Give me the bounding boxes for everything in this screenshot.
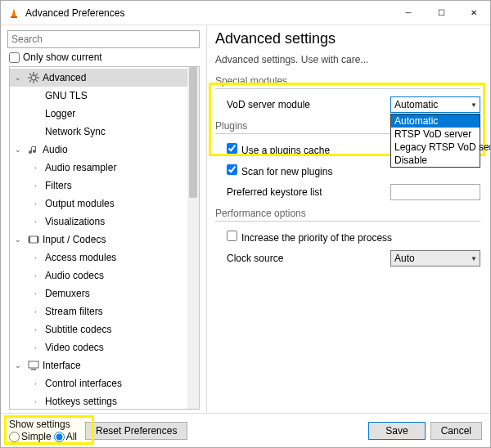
svg-point-2: [31, 75, 36, 80]
page-heading: Advanced settings: [215, 30, 480, 47]
maximize-button[interactable]: ☐: [425, 1, 457, 25]
clock-source-combo[interactable]: Auto ▼: [390, 250, 480, 267]
chevron-right-icon: ›: [34, 344, 43, 352]
chevron-right-icon: ›: [34, 308, 43, 316]
chevron-right-icon: ›: [34, 326, 43, 334]
tree-category[interactable]: ⌄Advanced: [10, 69, 199, 87]
minimize-button[interactable]: ─: [392, 1, 425, 25]
chevron-right-icon: ›: [34, 164, 43, 172]
svg-rect-12: [29, 236, 30, 243]
tree-item[interactable]: GNU TLS: [10, 87, 199, 105]
chevron-down-icon: ⌄: [15, 74, 25, 82]
tree-item[interactable]: ›Audio resampler: [10, 159, 199, 177]
vod-combo[interactable]: Automatic ▼ AutomaticRTSP VoD serverLega…: [390, 96, 480, 113]
window-title: Advanced Preferences: [25, 7, 392, 19]
keystore-label: Preferred keystore list: [215, 186, 390, 198]
chevron-down-icon: ⌄: [15, 146, 25, 154]
tree-item[interactable]: ›Video codecs: [10, 338, 199, 356]
chevron-right-icon: ›: [34, 182, 43, 190]
tree-item[interactable]: ›Subtitle codecs: [10, 320, 199, 338]
close-button[interactable]: ✕: [457, 1, 490, 25]
tree-item[interactable]: ›Control interfaces: [10, 374, 199, 392]
tree-scrollbar[interactable]: [187, 67, 199, 409]
tree-item[interactable]: Network Sync: [10, 123, 199, 141]
vod-option[interactable]: Disable: [391, 154, 480, 167]
tree-item[interactable]: ›Audio codecs: [10, 267, 199, 284]
chevron-right-icon: ›: [34, 200, 43, 208]
tree-item[interactable]: ›Visualizations: [10, 213, 199, 231]
svg-marker-0: [11, 8, 16, 17]
chevron-down-icon: ▼: [471, 101, 477, 109]
svg-rect-13: [37, 236, 38, 243]
section-special-modules: Special modules: [215, 75, 480, 89]
chevron-right-icon: ›: [34, 218, 43, 226]
gear-icon: [27, 71, 40, 84]
tree-item[interactable]: ›Demuxers: [10, 284, 199, 302]
tree-item[interactable]: ›Stream filters: [10, 302, 199, 320]
tree-category[interactable]: ⌄Audio: [10, 141, 199, 159]
vod-dropdown[interactable]: AutomaticRTSP VoD serverLegacy RTSP VoD …: [390, 114, 480, 168]
svg-line-7: [29, 74, 31, 75]
right-panel: Advanced settings Advanced settings. Use…: [207, 25, 490, 413]
clock-source-label: Clock source: [215, 253, 390, 264]
radio-simple[interactable]: Simple: [9, 431, 52, 442]
keystore-input[interactable]: [390, 184, 480, 200]
show-settings-group: Show settings Simple All: [9, 419, 77, 442]
save-button[interactable]: Save: [368, 422, 425, 440]
chevron-right-icon: ›: [34, 254, 43, 262]
settings-tree[interactable]: ⌄AdvancedGNU TLSLoggerNetwork Sync⌄Audio…: [10, 67, 199, 409]
tree-item[interactable]: ›Access modules: [10, 249, 199, 267]
tree-item[interactable]: Logger: [10, 105, 199, 123]
chevron-down-icon: ⌄: [15, 361, 25, 370]
chevron-down-icon: ▼: [471, 255, 477, 262]
radio-all[interactable]: All: [54, 431, 77, 442]
chevron-right-icon: ›: [34, 272, 43, 280]
tree-category[interactable]: ⌄Interface: [10, 356, 199, 374]
chevron-right-icon: ›: [34, 290, 43, 298]
cancel-button[interactable]: Cancel: [430, 422, 482, 440]
audio-icon: [27, 143, 40, 156]
tree-item[interactable]: ›Filters: [10, 177, 199, 195]
svg-line-8: [36, 80, 38, 82]
interface-icon: [27, 359, 40, 372]
show-settings-label: Show settings: [9, 419, 77, 430]
chevron-right-icon: ›: [34, 398, 43, 405]
svg-rect-1: [11, 16, 17, 18]
section-performance: Performance options: [215, 208, 480, 222]
svg-line-9: [36, 74, 38, 75]
chevron-down-icon: ⌄: [15, 235, 25, 244]
tree-category[interactable]: ⌄Input / Codecs: [10, 231, 199, 249]
chevron-right-icon: ›: [34, 380, 43, 388]
titlebar: Advanced Preferences ─ ☐ ✕: [1, 1, 490, 25]
vod-label: VoD server module: [215, 99, 390, 110]
search-input[interactable]: [7, 30, 200, 48]
svg-rect-14: [29, 361, 38, 368]
only-show-current-checkbox[interactable]: Only show current: [9, 52, 206, 63]
increase-priority-checkbox[interactable]: Increase the priority of the process: [215, 228, 480, 246]
caution-text: Advanced settings. Use with care...: [215, 54, 480, 65]
vod-option[interactable]: Automatic: [391, 114, 480, 128]
vod-option[interactable]: RTSP VoD server: [391, 128, 480, 141]
tree-item[interactable]: ›Output modules: [10, 195, 199, 213]
tree-item[interactable]: ›Hotkeys settings: [10, 392, 199, 409]
codec-icon: [27, 233, 40, 246]
vlc-cone-icon: [7, 7, 20, 20]
vod-option[interactable]: Legacy RTSP VoD server: [391, 141, 480, 154]
svg-line-10: [29, 80, 31, 82]
footer: Show settings Simple All Reset Preferenc…: [1, 413, 490, 447]
left-panel: Only show current ⌄AdvancedGNU TLSLogger…: [1, 25, 207, 413]
reset-preferences-button[interactable]: Reset Preferences: [85, 422, 187, 440]
